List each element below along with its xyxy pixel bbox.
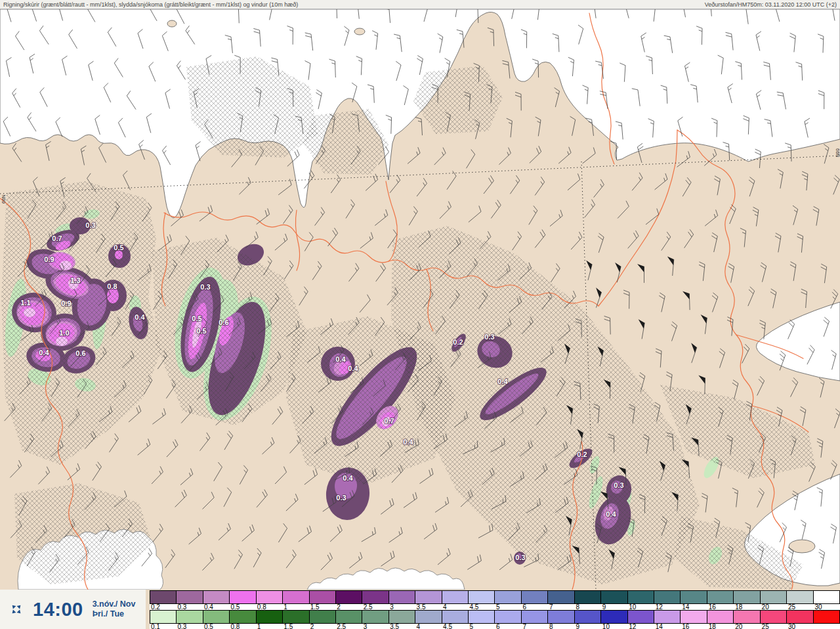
precip-value-label: 0.9 [44,255,54,263]
legend-cell [786,611,812,623]
legend-cell [150,591,176,603]
precip-value-label: 0.8 [107,282,117,290]
legend-tick-label: 0.3 [177,604,186,610]
legend-cell [203,611,229,623]
legend-tick-label: 3 [390,604,394,610]
latitude-label: 66N [835,148,840,158]
legend-cell [282,611,308,623]
latitude-label: 66N [1,194,7,204]
precip-value-label: 0.4 [343,474,353,482]
legend-cell [335,611,362,623]
legend-tick-label: 5 [470,624,474,629]
snow-tick-labels: 0.10.30.50.811.522.533.544.5567891012141… [150,624,840,629]
legend-tick-label: 1 [284,604,287,610]
legend-cell [176,611,202,623]
legend-cell [362,611,388,623]
legend-cell [680,591,706,603]
bottom-bar: 14:00 3.nóv./ Nov Þri./ Tue 0.20.30.40.5… [0,590,840,629]
precip-value-label: 0.3 [515,553,525,561]
legend-cell [309,591,335,603]
legend-cell [203,591,229,603]
legend-cell [309,611,335,623]
legend-tick-label: 12 [629,624,636,629]
legend-cell [707,611,733,623]
date-display: 3.nóv./ Nov Þri./ Tue [93,599,136,619]
legend-cell [733,611,759,623]
legend-cell [229,611,255,623]
legend-cell [494,591,520,603]
legend-cell [388,591,415,603]
legend-tick-label: 2 [310,624,314,629]
legend-cell [707,591,733,603]
legend-cell [786,591,812,603]
precip-value-label: 0.3 [200,283,210,291]
precip-value-label: 0.5 [196,327,206,335]
legend-cell [760,611,786,623]
legend-tick-label: 3.5 [417,604,426,610]
precip-value-label: 0.4 [39,349,49,357]
precip-value-label: 0.9 [61,299,71,307]
legend-tick-label: 1 [257,624,261,629]
precip-value-label: 0.4 [348,364,358,372]
legend-tick-label: 6 [496,624,500,629]
precip-value-label: 0.5 [192,314,201,322]
legend-tick-label: 0.8 [257,604,266,610]
legend-cell [468,591,494,603]
legend-tick-label: 0.2 [151,604,160,610]
legend-cell [680,611,706,623]
legend-tick-label: 0.4 [204,604,213,610]
rain-color-band [150,590,840,604]
precip-value-label: 0.2 [577,450,587,458]
legend-cell [282,591,308,603]
legend-cell [415,591,441,603]
legend-cell [335,591,362,603]
header-model-run-text: Veðurstofan/HM750m: 03.11.2020 12:00 UTC… [705,1,837,8]
legend-cell [150,611,176,623]
move-icon[interactable] [9,602,24,617]
legend-tick-label: 6 [522,604,526,610]
legend-cell [600,611,627,623]
precip-value-label: 0.3 [85,221,95,229]
precip-value-label: 0.3 [614,481,623,489]
legend-cell [229,591,255,603]
legend-tick-label: 20 [762,604,769,610]
legend-tick-label: 14 [656,624,663,629]
legend-tick-label: 2.5 [337,624,346,629]
precip-value-label: 0.6 [219,318,228,326]
date-line-2: Þri./ Tue [93,609,136,619]
precip-value-label: 0.6 [75,349,85,357]
legend-tick-label: 18 [709,624,716,629]
legend-cell [733,591,759,603]
legend-cell [442,611,468,623]
legend-rain-scale: 0.20.30.40.50.811.522.533.544.5567891012… [150,590,840,610]
date-line-1: 3.nóv./ Nov [93,599,136,609]
legend-tick-label: 2 [337,604,341,610]
legend-cell [468,611,494,623]
precip-value-label: 0.4 [135,313,145,321]
legend-tick-label: 1.5 [284,624,293,629]
weather-forecast-app: Rigning/skúrir (grænt/blátt/rautt - mm/1… [0,0,840,629]
precip-value-label: 1.3 [70,276,80,284]
precip-legend: 0.20.30.40.50.811.522.533.544.5567891012… [150,590,840,629]
legend-tick-label: 8 [576,604,579,610]
precip-value-label: 0.4 [403,438,413,446]
legend-tick-label: 0.3 [177,624,186,629]
legend-tick-label: 3.5 [390,624,399,629]
time-display: 14:00 [33,599,83,620]
legend-cell [600,591,627,603]
legend-tick-label: 9 [602,604,606,610]
legend-cell [574,591,600,603]
precip-value-label: 0.4 [497,378,508,385]
legend-cell [547,591,574,603]
legend-cell [574,611,600,623]
precip-value-label: 0.2 [453,338,463,346]
legend-cell [654,611,680,623]
legend-tick-label: 16 [709,604,716,610]
header-legend-text: Rigning/skúrir (grænt/blátt/rautt - mm/1… [3,1,298,8]
legend-cell [654,591,680,603]
legend-tick-label: 8 [549,624,553,629]
legend-cell [442,591,468,603]
precip-value-label: 0.4 [335,355,346,363]
legend-cell [627,591,654,603]
time-panel: 14:00 3.nóv./ Nov Þri./ Tue [0,590,146,629]
